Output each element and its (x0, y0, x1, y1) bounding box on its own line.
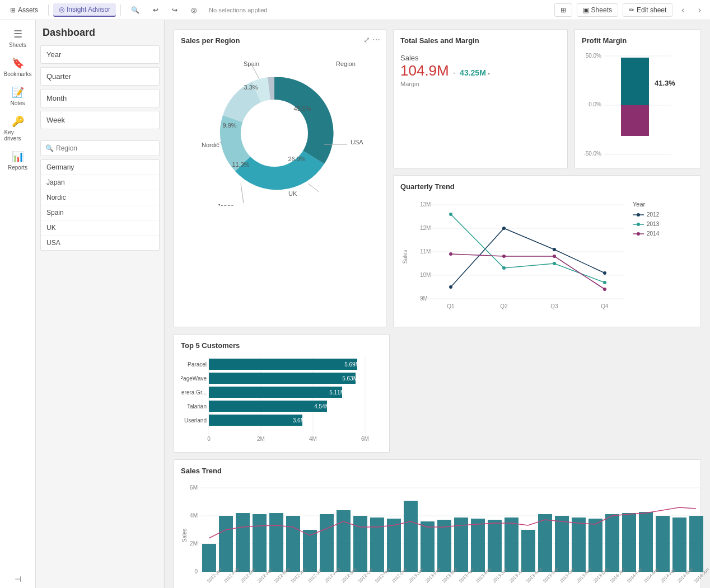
region-germany[interactable]: Germany (41, 160, 159, 175)
svg-text:2013: 2013 (647, 221, 660, 227)
svg-text:11.3%: 11.3% (232, 161, 249, 168)
grid-view-button[interactable]: ⊞ (554, 3, 572, 17)
svg-text:41.3%: 41.3% (655, 79, 675, 87)
nav-right-button[interactable]: › (694, 3, 706, 17)
region-spain[interactable]: Spain (41, 205, 159, 220)
svg-rect-111 (404, 501, 418, 572)
sidebar: ☰ Sheets 🔖 Bookmarks 📝 Notes 🔑 Key drive… (0, 20, 36, 588)
region-search-input[interactable] (56, 144, 155, 152)
margin-value: 43.25M (460, 68, 486, 77)
quarterly-trend-card: Quarterly Trend 13M 12M 11M 10M 9M (393, 175, 701, 327)
svg-rect-100 (219, 516, 233, 572)
region-search[interactable]: 🔍 (40, 140, 160, 156)
charts-row-3: Sales Trend 6M 4M 2M 0 Sales 50 40 30 (174, 459, 701, 588)
topbar-right: ⊞ ▣ Sheets ✏ Edit sheet ‹ › (554, 3, 706, 17)
sheets-icon: ▣ (583, 6, 589, 14)
svg-text:Talarian: Talarian (187, 403, 207, 410)
svg-rect-79 (209, 415, 302, 426)
svg-point-47 (603, 281, 606, 284)
svg-text:5.63M: 5.63M (342, 375, 358, 382)
edit-sheet-button[interactable]: ✏ Edit sheet (623, 3, 672, 17)
svg-rect-102 (253, 514, 267, 572)
search-button[interactable]: 🔍 (125, 4, 145, 16)
svg-text:45.5%: 45.5% (293, 105, 311, 112)
svg-text:3.6M: 3.6M (293, 417, 305, 424)
svg-point-49 (502, 255, 506, 258)
total-sales-title: Total Sales and Margin (400, 36, 560, 45)
quarterly-trend-chart: 13M 12M 11M 10M 9M Q1 (400, 195, 694, 320)
select-button[interactable]: ◎ (185, 4, 202, 16)
sheets-button[interactable]: ▣ Sheets (577, 3, 618, 17)
svg-text:26.9%: 26.9% (288, 156, 305, 162)
forward-button[interactable]: ↪ (166, 4, 183, 16)
svg-point-40 (449, 285, 452, 289)
svg-rect-128 (689, 516, 703, 572)
svg-text:Japan: Japan (217, 203, 234, 206)
svg-rect-125 (639, 512, 653, 572)
svg-rect-115 (471, 519, 485, 572)
svg-rect-110 (387, 519, 401, 572)
svg-rect-73 (209, 373, 356, 384)
svg-rect-117 (505, 518, 519, 572)
svg-rect-116 (488, 520, 502, 572)
total-sales-row: Total Sales and Margin Sales 104.9M - 43… (393, 29, 701, 168)
profit-margin-title: Profit Margin (582, 36, 694, 45)
sales-value-row: 104.9M - 43.25M ▪ (400, 62, 560, 79)
sidebar-item-reports[interactable]: 📊 Reports (2, 147, 34, 174)
topbar: ⊞ Assets ◎ Insight Advisor 🔍 ↩ ↪ ◎ No se… (0, 0, 710, 20)
svg-text:Paracel: Paracel (188, 361, 207, 368)
sidebar-bookmarks-label: Bookmarks (4, 71, 32, 77)
bookmarks-icon: 🔖 (12, 57, 24, 69)
region-nordic[interactable]: Nordic (41, 190, 159, 205)
region-list: Germany Japan Nordic Spain UK USA (40, 159, 160, 251)
svg-rect-108 (353, 516, 367, 572)
svg-text:USA: USA (351, 139, 363, 145)
svg-text:2014: 2014 (647, 231, 660, 237)
chart-tools: ⤢ ⋯ (363, 35, 380, 44)
total-sales-card: Total Sales and Margin Sales 104.9M - 43… (393, 29, 568, 168)
svg-text:PageWave: PageWave (181, 375, 207, 382)
more-options-icon[interactable]: ⋯ (372, 35, 380, 44)
sidebar-collapse-button[interactable]: ⊣ (10, 570, 26, 588)
svg-rect-75 (209, 387, 342, 398)
svg-point-50 (553, 255, 556, 258)
svg-point-42 (553, 248, 556, 251)
assets-button[interactable]: ⊞ Assets (4, 4, 44, 16)
top5-customers-card: Top 5 Customers 0 2M 4M 6M (174, 334, 390, 453)
back-button[interactable]: ↩ (147, 4, 164, 16)
top5-title: Top 5 Customers (181, 341, 382, 350)
region-japan[interactable]: Japan (41, 175, 159, 190)
region-uk[interactable]: UK (41, 220, 159, 236)
svg-rect-105 (303, 530, 317, 572)
svg-text:Q1: Q1 (447, 303, 455, 309)
sheets-label: Sheets (591, 6, 612, 14)
sidebar-item-sheets[interactable]: ☰ Sheets (2, 25, 34, 51)
filter-year[interactable]: Year (40, 45, 160, 64)
svg-rect-120 (555, 516, 569, 572)
insight-advisor-button[interactable]: ◎ Insight Advisor (53, 3, 116, 17)
filter-quarter[interactable]: Quarter (40, 67, 160, 86)
edit-sheet-label: Edit sheet (637, 6, 666, 14)
svg-point-45 (502, 266, 506, 270)
sales-trend-card: Sales Trend 6M 4M 2M 0 Sales 50 40 30 (174, 459, 701, 588)
filter-month[interactable]: Month (40, 89, 160, 107)
svg-rect-126 (656, 516, 670, 572)
svg-point-48 (449, 252, 452, 256)
sidebar-reports-label: Reports (8, 164, 27, 171)
svg-point-60 (637, 232, 640, 236)
sidebar-item-bookmarks[interactable]: 🔖 Bookmarks (2, 54, 34, 81)
svg-text:6M: 6M (190, 484, 198, 491)
svg-rect-107 (337, 510, 351, 572)
sidebar-item-key-drivers[interactable]: 🔑 Key drivers (2, 112, 34, 145)
svg-rect-109 (370, 518, 384, 572)
svg-point-46 (553, 262, 556, 265)
filter-week[interactable]: Week (40, 111, 160, 129)
expand-icon[interactable]: ⤢ (363, 35, 370, 44)
svg-point-54 (637, 213, 640, 217)
selection-status: No selections applied (209, 7, 268, 13)
sidebar-item-notes[interactable]: 📝 Notes (2, 83, 34, 110)
insight-icon: ◎ (59, 6, 64, 13)
region-usa[interactable]: USA (41, 236, 159, 250)
svg-point-57 (637, 223, 640, 226)
nav-left-button[interactable]: ‹ (677, 3, 689, 17)
